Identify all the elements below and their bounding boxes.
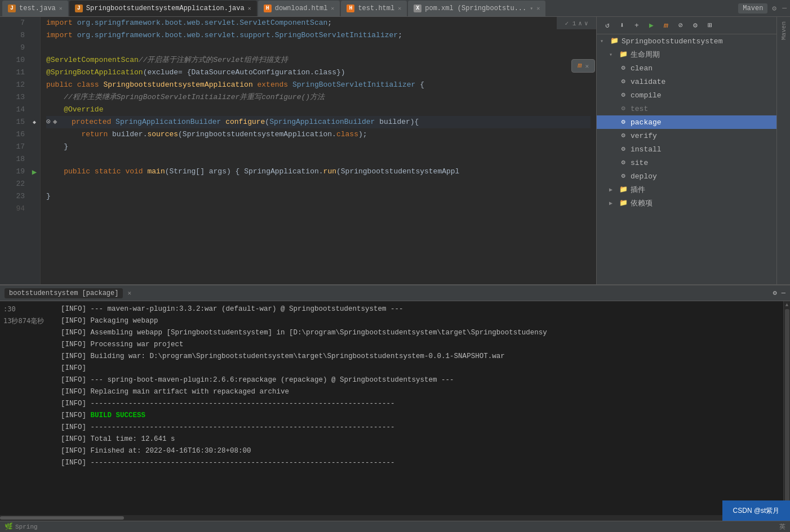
code-line-13: //程序主类继承SpringBootServletInitializer并重写c…	[46, 91, 591, 104]
terminal-scrollbar[interactable]: ▲ ▼	[783, 301, 790, 515]
code-line-11: @SpringBootApplication(exclude= {DataSou…	[46, 66, 591, 79]
java-icon: J	[75, 5, 83, 12]
minimize-icon[interactable]: —	[781, 3, 788, 14]
tree-plugins-group[interactable]: ▶ 📁 插件	[597, 183, 776, 196]
maven-panel-btn[interactable]: Maven	[738, 3, 767, 14]
gear-icon: ⚙	[618, 158, 628, 167]
expand-btn[interactable]: ⊞	[704, 19, 716, 32]
gear-icon: ⚙	[618, 172, 628, 181]
code-line-16: return builder.sources(Springbootstudent…	[46, 128, 591, 141]
java-icon: J	[8, 5, 16, 12]
tab-label: test.java	[19, 5, 56, 12]
term-line-6: [INFO]	[61, 363, 779, 374]
term-line-2: [INFO] Packaging webapp	[61, 315, 779, 327]
term-line-3: [INFO] Assembling webapp [Springbootstud…	[61, 327, 779, 339]
html-icon: H	[347, 5, 354, 12]
tree-clean[interactable]: ⚙ clean	[597, 61, 776, 75]
term-line-13: [INFO] Finished at: 2022-04-16T16:30:28+…	[61, 445, 779, 457]
close-icon[interactable]: ✕	[59, 5, 63, 12]
lifecycle-item-test: test	[631, 105, 648, 113]
terminal-timestamp: :30 13秒874毫秒	[0, 301, 56, 515]
code-line-22	[46, 178, 591, 190]
close-icon[interactable]: ✕	[398, 5, 401, 12]
code-line-10: @ServletComponentScan//开启基于注解方式的Servlet组…	[46, 54, 591, 66]
tab-spring-app[interactable]: J SpringbootstudentsystemApplication.jav…	[69, 1, 257, 16]
xml-icon: X	[414, 5, 421, 12]
lifecycle-folder-icon: 📁	[618, 50, 628, 59]
tree-lifecycle-group[interactable]: ▾ 📁 生命周期	[597, 48, 776, 61]
tree-install[interactable]: ⚙ install	[597, 142, 776, 156]
project-icon: 📁	[609, 37, 619, 46]
plugins-label: 插件	[631, 185, 645, 195]
run-btn[interactable]: ▶	[645, 19, 658, 32]
tab-label: pom.xml (Springbootstu...	[425, 5, 526, 12]
lifecycle-item-site: site	[631, 159, 648, 167]
csdn-badge: CSDN @st紫月	[722, 500, 790, 521]
spring-label: Spring	[15, 524, 38, 530]
terminal-tab-label[interactable]: bootstudentsystem [package]	[5, 288, 123, 298]
tab-download-html[interactable]: H download.html ✕	[258, 1, 340, 16]
code-line-7: import org.springframework.boot.web.serv…	[46, 17, 591, 29]
term-line-4: [INFO] Processing war project	[61, 339, 779, 351]
term-line-8: [INFO] Replacing main artifact with repa…	[61, 386, 779, 398]
gear-icon: ⚙	[618, 118, 628, 127]
close-icon[interactable]: ✕	[536, 5, 540, 12]
tab-dropdown[interactable]: ▾	[530, 5, 533, 12]
refresh-btn[interactable]: ↺	[601, 19, 614, 32]
close-popup-icon[interactable]: ✕	[585, 62, 589, 70]
tree-compile[interactable]: ⚙ compile	[597, 88, 776, 102]
tree-root[interactable]: ▾ 📁 Springbootstudentsystem	[597, 34, 776, 48]
tree-site[interactable]: ⚙ site	[597, 156, 776, 169]
scroll-up-btn[interactable]: ▲	[785, 302, 788, 308]
tree-deploy[interactable]: ⚙ deploy	[597, 169, 776, 183]
tree-test[interactable]: ⚙ test	[597, 102, 776, 115]
tree-verify[interactable]: ⚙ verify	[597, 129, 776, 142]
code-line-8: import org.springframework.boot.web.serv…	[46, 29, 591, 42]
terminal-minimize-icon[interactable]: —	[782, 289, 785, 297]
code-line-9	[46, 42, 591, 54]
maven-toolbar: ↺ ⬇ + ▶ m ⊘ ⚙ ⊞	[597, 17, 776, 34]
close-tab-icon[interactable]: ✕	[127, 289, 131, 297]
tab-pom-xml[interactable]: X pom.xml (Springbootstu... ▾ ✕	[408, 1, 545, 16]
close-icon[interactable]: ✕	[248, 5, 251, 12]
tree-dependencies-group[interactable]: ▶ 📁 依赖项	[597, 196, 776, 210]
tree-validate[interactable]: ⚙ validate	[597, 75, 776, 88]
gear-icon: ⚙	[618, 145, 628, 154]
status-bar: 🌿 Spring 英	[0, 521, 790, 532]
gear-icon: ⚙	[618, 131, 628, 140]
add-btn[interactable]: +	[631, 19, 643, 32]
term-line-11: [INFO] ---------------------------------…	[61, 422, 779, 433]
download-btn[interactable]: ⬇	[616, 19, 628, 32]
gear-icon: ⚙	[618, 104, 628, 113]
tree-package[interactable]: ⚙ package	[597, 115, 776, 129]
terminal-settings-icon[interactable]: ⚙	[773, 289, 777, 297]
m-btn[interactable]: m	[660, 19, 672, 32]
lifecycle-label: 生命周期	[631, 50, 660, 60]
spring-indicator: 🌿 Spring	[5, 522, 38, 531]
settings-btn[interactable]: ⚙	[689, 19, 702, 32]
terminal-hscrollbar[interactable]	[0, 515, 790, 521]
popup-icon: m	[578, 62, 582, 70]
project-name: Springbootstudentsystem	[622, 37, 722, 46]
skip-btn[interactable]: ⊘	[674, 19, 687, 32]
dependencies-label: 依赖项	[631, 198, 653, 208]
close-icon[interactable]: ✕	[331, 5, 334, 12]
tab-label: test.html	[358, 5, 394, 12]
hscroll-thumb[interactable]	[0, 516, 124, 520]
code-line-17: }	[46, 141, 591, 153]
dependencies-folder-icon: 📁	[618, 199, 628, 208]
tab-label: download.html	[275, 5, 328, 12]
code-line-94	[46, 203, 591, 215]
scroll-thumb[interactable]	[785, 309, 789, 507]
tab-test-html[interactable]: H test.html ✕	[341, 1, 407, 16]
lifecycle-item-compile: compile	[631, 91, 662, 100]
spring-icon: 🌿	[5, 522, 13, 531]
tab-label: SpringbootstudentsystemApplication.java	[86, 5, 245, 12]
code-line-18	[46, 153, 591, 166]
run-icon[interactable]: ▶	[32, 167, 37, 177]
settings-icon[interactable]: ⚙	[771, 3, 778, 14]
language-indicator: 英	[779, 522, 785, 531]
tab-test-java[interactable]: J test.java ✕	[2, 1, 68, 16]
csdn-text: CSDN @st紫月	[733, 506, 780, 516]
term-line-5: [INFO] Building war: D:\program\Springbo…	[61, 351, 779, 363]
